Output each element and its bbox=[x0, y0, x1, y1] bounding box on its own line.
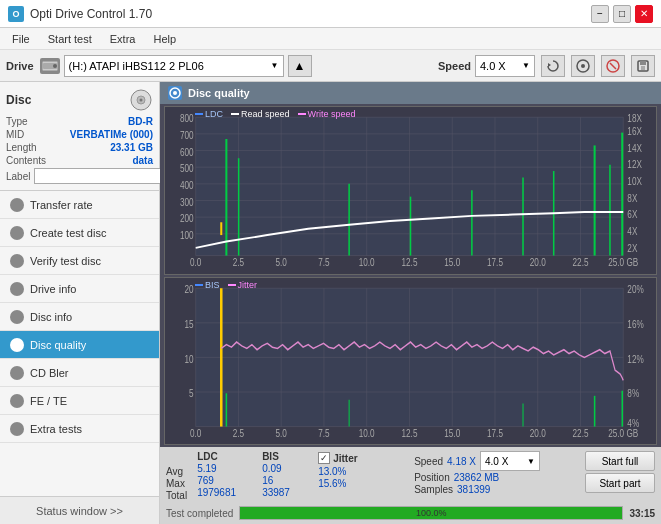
chart2: BIS Jitter bbox=[164, 277, 657, 446]
sidebar-nav: Transfer rate Create test disc Verify te… bbox=[0, 191, 159, 443]
jitter-checkbox[interactable]: ✓ bbox=[318, 452, 330, 464]
start-full-button[interactable]: Start full bbox=[585, 451, 655, 471]
sidebar-item-fe-te[interactable]: FE / TE bbox=[0, 387, 159, 415]
svg-text:25.0 GB: 25.0 GB bbox=[608, 427, 638, 438]
titlebar: O Opti Drive Control 1.70 − □ ✕ bbox=[0, 0, 661, 28]
disc-length-row: Length 23.31 GB bbox=[6, 142, 153, 153]
sidebar-item-disc-info[interactable]: Disc info bbox=[0, 303, 159, 331]
svg-text:10: 10 bbox=[185, 353, 194, 364]
sidebar: Disc Type BD-R MID VERBATIMe (000) Leng bbox=[0, 82, 160, 524]
label-input[interactable] bbox=[34, 168, 167, 184]
ldc-header: LDC bbox=[197, 451, 252, 462]
close-button[interactable]: ✕ bbox=[635, 5, 653, 23]
svg-text:2X: 2X bbox=[627, 243, 637, 254]
svg-text:600: 600 bbox=[180, 147, 194, 158]
stats-row1: Avg Max Total LDC 5.19 769 1979681 BIS 0… bbox=[166, 451, 655, 504]
sidebar-item-extra-tests[interactable]: Extra tests bbox=[0, 415, 159, 443]
chart1-legend: LDC Read speed Write speed bbox=[195, 109, 355, 119]
menu-help[interactable]: Help bbox=[145, 31, 184, 47]
sidebar-item-label-cd-bler: CD Bler bbox=[30, 367, 69, 379]
menu-extra[interactable]: Extra bbox=[102, 31, 144, 47]
disc-label-row: Label ⚙ bbox=[6, 168, 153, 184]
disc-panel: Disc Type BD-R MID VERBATIMe (000) Leng bbox=[0, 82, 159, 191]
sidebar-item-drive-info[interactable]: Drive info bbox=[0, 275, 159, 303]
drive-dropdown[interactable]: (H:) ATAPI iHBS112 2 PL06 ▼ bbox=[64, 55, 284, 77]
sidebar-item-create-test-disc[interactable]: Create test disc bbox=[0, 219, 159, 247]
menu-start-test[interactable]: Start test bbox=[40, 31, 100, 47]
sidebar-item-label-extra-tests: Extra tests bbox=[30, 423, 82, 435]
legend-ldc: LDC bbox=[195, 109, 223, 119]
svg-text:20.0: 20.0 bbox=[530, 427, 546, 438]
svg-point-2 bbox=[53, 64, 57, 68]
svg-text:20.0: 20.0 bbox=[530, 257, 546, 268]
progress-text: 100.0% bbox=[240, 507, 622, 519]
avg-bis: 0.09 bbox=[262, 463, 302, 474]
svg-text:10.0: 10.0 bbox=[359, 257, 375, 268]
svg-text:7.5: 7.5 bbox=[318, 427, 329, 438]
sidebar-item-verify-test-disc[interactable]: Verify test disc bbox=[0, 247, 159, 275]
svg-text:200: 200 bbox=[180, 213, 194, 224]
position-val: 23862 MB bbox=[454, 472, 500, 483]
jitter-max: 15.6% bbox=[318, 478, 398, 489]
maximize-button[interactable]: □ bbox=[613, 5, 631, 23]
create-test-disc-icon bbox=[10, 226, 24, 240]
stats-col-speed: Speed 4.18 X 4.0 X ▼ Position 23862 MB S… bbox=[414, 451, 540, 495]
svg-text:400: 400 bbox=[180, 180, 194, 191]
speed-select[interactable]: 4.0 X ▼ bbox=[480, 451, 540, 471]
eject-button[interactable]: ▲ bbox=[288, 55, 312, 77]
disc-panel-header: Disc bbox=[6, 88, 153, 112]
disc-button[interactable] bbox=[571, 55, 595, 77]
svg-text:0.0: 0.0 bbox=[190, 257, 201, 268]
content-panel: Disc quality LDC Read speed bbox=[160, 82, 661, 524]
refresh-button[interactable] bbox=[541, 55, 565, 77]
svg-point-5 bbox=[581, 64, 585, 68]
save-button[interactable] bbox=[631, 55, 655, 77]
drive-icon bbox=[40, 58, 60, 74]
status-text: Test completed bbox=[166, 508, 233, 519]
svg-text:6X: 6X bbox=[627, 210, 637, 221]
status-window-button[interactable]: Status window >> bbox=[0, 496, 159, 524]
minimize-button[interactable]: − bbox=[591, 5, 609, 23]
position-label: Position bbox=[414, 472, 450, 483]
svg-text:300: 300 bbox=[180, 197, 194, 208]
chart1: LDC Read speed Write speed bbox=[164, 106, 657, 275]
max-ldc: 769 bbox=[197, 475, 252, 486]
total-bis: 33987 bbox=[262, 487, 302, 498]
stats-col-bis: BIS 0.09 16 33987 bbox=[262, 451, 302, 498]
svg-rect-9 bbox=[640, 61, 646, 65]
progress-row: Test completed 100.0% 33:15 bbox=[166, 506, 655, 520]
speed-dropdown[interactable]: 4.0 X ▼ bbox=[475, 55, 535, 77]
avg-ldc: 5.19 bbox=[197, 463, 252, 474]
svg-text:17.5: 17.5 bbox=[487, 427, 503, 438]
menubar: File Start test Extra Help bbox=[0, 28, 661, 50]
sidebar-item-cd-bler[interactable]: CD Bler bbox=[0, 359, 159, 387]
chart2-legend: BIS Jitter bbox=[195, 280, 257, 290]
svg-text:12%: 12% bbox=[627, 353, 643, 364]
menu-file[interactable]: File bbox=[4, 31, 38, 47]
titlebar-left: O Opti Drive Control 1.70 bbox=[8, 6, 152, 22]
svg-text:15.0: 15.0 bbox=[444, 257, 460, 268]
chart2-svg: 20 15 10 5 20% 16% 12% 8% 4% 0.0 2.5 5.0… bbox=[165, 278, 656, 445]
speed-row: Speed 4.18 X 4.0 X ▼ bbox=[414, 451, 540, 471]
svg-text:500: 500 bbox=[180, 163, 194, 174]
avg-label: Avg bbox=[166, 466, 187, 477]
stats-col-ldc: LDC 5.19 769 1979681 bbox=[197, 451, 252, 498]
svg-text:5: 5 bbox=[189, 388, 194, 399]
disc-section-icon bbox=[129, 88, 153, 112]
sidebar-item-label-disc-info: Disc info bbox=[30, 311, 72, 323]
start-part-button[interactable]: Start part bbox=[585, 473, 655, 493]
window-controls: − □ ✕ bbox=[591, 5, 653, 23]
erase-button[interactable] bbox=[601, 55, 625, 77]
charts-container: LDC Read speed Write speed bbox=[160, 104, 661, 447]
sidebar-item-label-verify-test-disc: Verify test disc bbox=[30, 255, 101, 267]
svg-text:25.0 GB: 25.0 GB bbox=[608, 257, 638, 268]
sidebar-item-transfer-rate[interactable]: Transfer rate bbox=[0, 191, 159, 219]
svg-text:700: 700 bbox=[180, 130, 194, 141]
svg-line-7 bbox=[610, 63, 616, 69]
svg-text:17.5: 17.5 bbox=[487, 257, 503, 268]
sidebar-item-disc-quality[interactable]: Disc quality bbox=[0, 331, 159, 359]
svg-text:5.0: 5.0 bbox=[276, 257, 287, 268]
svg-text:10.0: 10.0 bbox=[359, 427, 375, 438]
fe-te-icon bbox=[10, 394, 24, 408]
svg-text:7.5: 7.5 bbox=[318, 257, 329, 268]
